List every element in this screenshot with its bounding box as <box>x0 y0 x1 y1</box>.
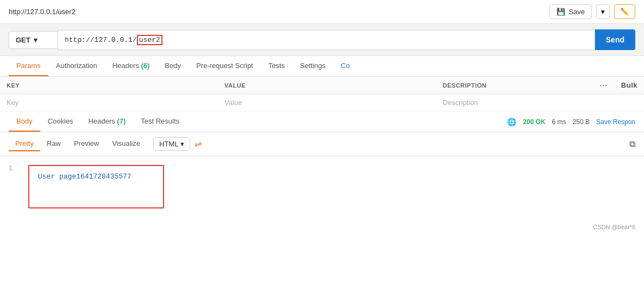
save-button[interactable]: 💾 Save <box>549 4 592 19</box>
request-tabs: Params Authorization Headers (6) Body Pr… <box>0 56 644 77</box>
format-type-chevron-icon: ▾ <box>180 140 184 148</box>
chevron-down-icon: ▾ <box>601 8 605 16</box>
tab-response-body[interactable]: Body <box>9 112 40 132</box>
edit-button[interactable]: ✏️ <box>614 4 635 19</box>
send-button[interactable]: Send <box>595 29 635 50</box>
url-input-display[interactable]: http://127.0.0.1/user2 <box>58 30 595 50</box>
tab-test-results[interactable]: Test Results <box>133 112 187 132</box>
tab-authorization[interactable]: Authorization <box>48 56 105 76</box>
tab-headers-label: Headers <box>112 62 141 70</box>
response-status-area: 🌐 200 OK 6 ms 250 B Save Respon <box>507 118 635 126</box>
col-header-bulk: Bulk <box>615 77 644 94</box>
format-type-label: HTML <box>159 140 178 148</box>
save-icon: 💾 <box>557 8 565 16</box>
param-value-cell[interactable]: Value <box>218 94 436 112</box>
top-bar: http://127.0.0.1/user2 💾 Save ▾ ✏️ <box>0 0 644 24</box>
url-highlighted-part: user2 <box>137 35 162 45</box>
line-number: 1 <box>9 165 20 173</box>
tab-params[interactable]: Params <box>9 56 48 76</box>
footer: CSDN @bear*6 <box>0 222 644 232</box>
tab-response-headers-badge: (7) <box>117 117 126 125</box>
format-tab-raw[interactable]: Raw <box>40 137 67 151</box>
top-bar-actions: 💾 Save ▾ ✏️ <box>549 4 635 19</box>
globe-icon: 🌐 <box>507 118 516 126</box>
params-table: KEY VALUE DESCRIPTION ··· Bulk Key Value… <box>0 77 644 112</box>
tab-response-headers[interactable]: Headers (7) <box>81 112 134 132</box>
save-dropdown-button[interactable]: ▾ <box>596 4 610 19</box>
method-select[interactable]: GET ▾ <box>9 31 58 49</box>
code-line: 1 User page1641728435577 <box>9 165 635 208</box>
tab-response-headers-label: Headers <box>89 117 117 125</box>
response-tabs: Body Cookies Headers (7) Test Results 🌐 … <box>0 112 644 132</box>
code-area: 1 User page1641728435577 <box>0 156 644 222</box>
tab-prerequest[interactable]: Pre-request Script <box>189 56 261 76</box>
wrap-icon[interactable]: ⇌ <box>195 139 202 149</box>
status-ok: 200 OK <box>523 118 545 126</box>
param-bulk-cell <box>615 94 644 112</box>
tab-response-cookies[interactable]: Cookies <box>40 112 81 132</box>
param-more-cell <box>593 94 615 112</box>
col-header-key: KEY <box>0 77 218 94</box>
code-content-box: User page1641728435577 <box>28 165 164 208</box>
format-tabs: Pretty Raw Preview Visualize HTML ▾ ⇌ ⧉ <box>0 132 644 156</box>
tab-cookies-partial[interactable]: Co <box>333 56 358 76</box>
format-type-select[interactable]: HTML ▾ <box>153 137 190 151</box>
format-tab-preview[interactable]: Preview <box>67 137 105 151</box>
top-bar-url: http://127.0.0.1/user2 <box>9 8 549 16</box>
request-bar: GET ▾ http://127.0.0.1/user2 Send <box>0 24 644 56</box>
tab-settings[interactable]: Settings <box>292 56 333 76</box>
save-response-button[interactable]: Save Respon <box>596 118 635 126</box>
edit-icon: ✏️ <box>620 8 629 16</box>
three-dots-icon[interactable]: ··· <box>600 82 608 89</box>
col-header-desc: DESCRIPTION <box>436 77 593 94</box>
code-content: User page1641728435577 <box>38 173 132 181</box>
save-label: Save <box>568 8 585 16</box>
col-header-value: VALUE <box>218 77 436 94</box>
copy-icon[interactable]: ⧉ <box>629 139 635 149</box>
param-desc-cell[interactable]: Description <box>436 94 593 112</box>
footer-credit: CSDN @bear*6 <box>593 224 635 230</box>
tab-headers[interactable]: Headers (6) <box>105 56 158 76</box>
status-size: 250 B <box>573 118 590 126</box>
tab-body[interactable]: Body <box>157 56 189 76</box>
format-tab-pretty[interactable]: Pretty <box>9 137 40 151</box>
param-key-cell[interactable]: Key <box>0 94 218 112</box>
tab-tests[interactable]: Tests <box>261 56 292 76</box>
method-chevron-icon: ▾ <box>34 36 37 44</box>
status-time: 6 ms <box>552 118 566 126</box>
url-prefix: http://127.0.0.1/ <box>65 36 137 44</box>
tab-headers-badge: (6) <box>141 62 149 70</box>
method-label: GET <box>16 36 30 44</box>
format-tab-visualize[interactable]: Visualize <box>105 137 147 151</box>
col-header-more: ··· <box>593 77 615 94</box>
table-row: Key Value Description <box>0 94 644 112</box>
